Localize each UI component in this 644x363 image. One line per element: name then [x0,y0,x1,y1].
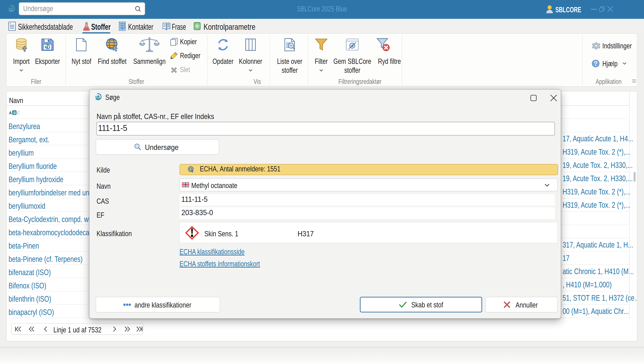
svg-text:B: B [13,111,16,115]
svg-text:A: A [9,111,12,115]
svg-text:C: C [17,111,20,115]
